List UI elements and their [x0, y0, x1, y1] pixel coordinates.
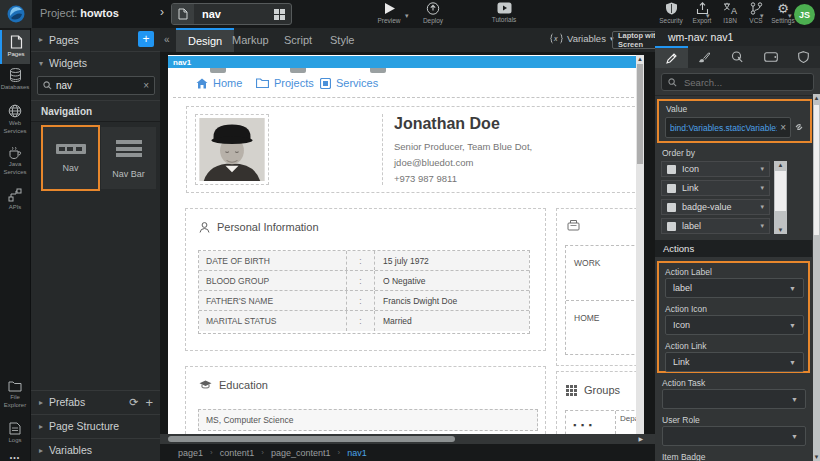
tab-device[interactable]: [754, 46, 787, 68]
tab-script[interactable]: Script: [272, 28, 324, 52]
canvas-vertical-scrollbar[interactable]: ▲: [636, 55, 644, 434]
table-row[interactable]: FATHER'S NAME : Francis Dwight Doe: [199, 291, 529, 311]
preview-button[interactable]: Preview: [368, 2, 410, 24]
education-row[interactable]: MS, Computer Science: [198, 409, 538, 431]
deploy-button[interactable]: Deploy: [412, 2, 454, 24]
clear-value-icon[interactable]: ×: [777, 122, 786, 133]
breadcrumb-item[interactable]: page1: [178, 448, 203, 458]
rail-item-apis[interactable]: APIs: [0, 188, 30, 222]
rail-item-file-explorer[interactable]: File Explorer: [0, 380, 30, 418]
tab-properties[interactable]: [655, 46, 688, 68]
prefabs-section-header[interactable]: ▸ Prefabs ⟳ +: [31, 390, 161, 413]
properties-scrollbar[interactable]: ▲ ▼: [813, 94, 820, 461]
order-by-scrollbar[interactable]: ▲ ▼: [774, 161, 787, 234]
chevron-down-icon[interactable]: ▾: [760, 203, 764, 211]
contact-row-work[interactable]: WORK: [566, 246, 644, 301]
groups-row[interactable]: ▪ ▪ ▪ Depa ▾: [565, 410, 644, 434]
breadcrumb-item[interactable]: page_content1: [271, 448, 331, 458]
canvas-horizontal-scrollbar[interactable]: ▶: [160, 434, 655, 444]
rail-item-web-services[interactable]: Web Services: [0, 104, 30, 142]
scroll-up-icon[interactable]: ▲: [774, 162, 787, 168]
bind-link-icon[interactable]: [793, 121, 805, 133]
checkbox-icon[interactable]: [667, 222, 676, 231]
property-search[interactable]: [661, 73, 814, 91]
widget-search[interactable]: ×: [37, 76, 155, 95]
chevron-down-icon[interactable]: ▾: [760, 184, 764, 192]
widgets-section-header[interactable]: ▾ Widgets: [31, 51, 161, 74]
profile-photo-frame[interactable]: [195, 114, 269, 185]
contact-row-home[interactable]: HOME: [566, 301, 644, 354]
education-panel[interactable]: Education MS, Computer Science: [185, 366, 546, 434]
page-selector[interactable]: nav: [171, 3, 292, 25]
nav-item-projects[interactable]: Projects: [256, 72, 314, 94]
action-link-select[interactable]: Link ▼: [665, 352, 804, 372]
action-icon-select[interactable]: Icon ▼: [665, 315, 804, 335]
scroll-right-icon[interactable]: ▶: [638, 435, 643, 442]
value-bind-input[interactable]: bind:Variables.staticVariable1.dataSet ×: [665, 117, 791, 138]
rail-item-pages[interactable]: Pages: [0, 30, 30, 64]
table-row[interactable]: DATE OF BIRTH : 15 july 1972: [199, 251, 529, 271]
checkbox-icon[interactable]: [667, 203, 676, 212]
add-page-button[interactable]: +: [138, 31, 154, 47]
variables-section-header[interactable]: ▸ Variables: [31, 438, 161, 461]
tab-security[interactable]: [787, 46, 820, 68]
actions-section-header[interactable]: Actions: [655, 240, 812, 257]
order-by-row-link[interactable]: Link ▾: [661, 180, 770, 196]
rail-more-button[interactable]: •••: [0, 454, 30, 461]
grid-icon[interactable]: [274, 9, 285, 20]
order-by-row-badge-value[interactable]: badge-value ▾: [661, 199, 770, 215]
scrollbar-thumb[interactable]: [814, 105, 819, 235]
scroll-up-icon[interactable]: ▲: [813, 95, 820, 101]
action-label-select[interactable]: label ▼: [665, 278, 804, 298]
add-prefab-icon[interactable]: +: [145, 395, 153, 410]
widget-search-input[interactable]: [52, 80, 143, 91]
rail-item-java-services[interactable]: Java Services: [0, 146, 30, 184]
order-by-row-label[interactable]: label ▾: [661, 218, 770, 234]
collapse-left-panel-icon[interactable]: «: [164, 34, 170, 45]
breadcrumb-item[interactable]: content1: [220, 448, 255, 458]
rail-item-logs[interactable]: Logs: [0, 422, 30, 454]
page-structure-section-header[interactable]: ▸ Page Structure: [31, 414, 161, 437]
export-chevron-icon[interactable]: ▾: [706, 12, 710, 20]
widget-tile-nav[interactable]: Nav: [43, 127, 98, 189]
user-avatar[interactable]: JS: [794, 4, 815, 25]
scroll-up-icon[interactable]: ▲: [636, 56, 644, 62]
scroll-down-icon[interactable]: ▼: [774, 227, 787, 233]
order-by-row-icon[interactable]: Icon ▾: [661, 161, 770, 177]
breadcrumb-item-current[interactable]: nav1: [347, 448, 367, 458]
widget-tile-nav-bar[interactable]: Nav Bar: [101, 127, 156, 189]
scrollbar-thumb[interactable]: [168, 436, 455, 442]
settings-chevron-icon[interactable]: ▾: [788, 12, 792, 20]
nav-item-services[interactable]: Services: [320, 72, 378, 94]
tab-style[interactable]: Style: [318, 28, 366, 52]
chevron-down-icon[interactable]: ▾: [760, 222, 764, 230]
action-task-select[interactable]: ▼: [662, 389, 806, 409]
scrollbar-thumb[interactable]: [637, 64, 643, 164]
personal-info-panel[interactable]: Personal Information DATE OF BIRTH : 15 …: [185, 208, 546, 351]
preview-chevron-icon[interactable]: ▾: [405, 12, 409, 20]
profile-panel[interactable]: Jonathan Doe Senior Producer, Team Blue …: [186, 106, 644, 193]
refresh-icon[interactable]: ⟳: [129, 396, 138, 409]
tab-styles[interactable]: [688, 46, 721, 68]
tutorials-button[interactable]: Tutorials: [482, 2, 526, 23]
contact-panel[interactable]: WORK HOME: [556, 208, 644, 366]
table-row[interactable]: MARITAL STATUS : Married: [199, 311, 529, 331]
clear-search-icon[interactable]: ×: [143, 80, 149, 91]
selected-widget-bar[interactable]: nav1: [168, 56, 644, 68]
vcs-chevron-icon[interactable]: ▾: [760, 12, 764, 20]
scroll-down-icon[interactable]: ▼: [813, 454, 820, 460]
scrollbar-thumb[interactable]: [775, 171, 786, 211]
chevron-down-icon[interactable]: ▾: [760, 165, 764, 173]
tab-inspect[interactable]: [721, 46, 754, 68]
groups-panel[interactable]: Groups ▪ ▪ ▪ Depa ▾: [556, 371, 644, 434]
app-logo[interactable]: [0, 0, 32, 28]
table-row[interactable]: BLOOD GROUP : O Negative: [199, 271, 529, 291]
user-role-select[interactable]: ▼: [662, 426, 806, 446]
rail-item-databases[interactable]: Databases: [0, 68, 30, 100]
nav-item-home[interactable]: Home: [196, 72, 242, 94]
checkbox-icon[interactable]: [667, 184, 676, 193]
checkbox-icon[interactable]: [667, 165, 676, 174]
property-search-input[interactable]: [682, 76, 807, 89]
design-canvas-page[interactable]: nav1 Home Projects Services: [168, 55, 644, 434]
variables-dropdown[interactable]: x Variables ▾: [550, 33, 613, 44]
